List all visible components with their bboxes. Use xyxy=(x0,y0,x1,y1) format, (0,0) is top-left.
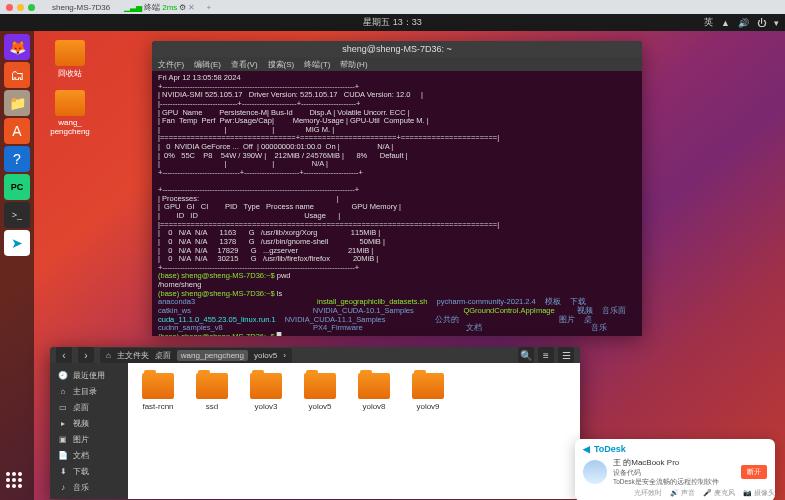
sidebar-label: 主目录 xyxy=(73,386,97,397)
home-icon[interactable]: ⌂ xyxy=(106,351,111,360)
back-button[interactable]: ‹ xyxy=(56,347,72,363)
sidebar-label: 图片 xyxy=(73,434,89,445)
dock-folder[interactable]: 📁 xyxy=(4,90,30,116)
min-dot[interactable] xyxy=(17,4,24,11)
add-tab-icon[interactable]: + xyxy=(206,3,211,12)
folder-item[interactable]: yolov3 xyxy=(250,373,282,411)
dock-pycharm[interactable]: PC xyxy=(4,174,30,200)
crumb-yolov5[interactable]: yolov5 xyxy=(254,351,277,360)
crumb-home[interactable]: 主文件夹 xyxy=(117,350,149,361)
menu-search[interactable]: 搜索(S) xyxy=(268,59,295,70)
crumb-desktop[interactable]: 桌面 xyxy=(155,350,171,361)
desktop-trash[interactable]: 回收站 xyxy=(44,40,96,79)
folder-item[interactable]: yolov9 xyxy=(412,373,444,411)
show-apps-icon[interactable] xyxy=(6,472,28,494)
folder-label: yolov9 xyxy=(416,402,439,411)
settings-icon[interactable]: ⚙ xyxy=(179,3,186,12)
dock-todesk[interactable]: ➤ xyxy=(4,230,30,256)
menu-help[interactable]: 帮助(H) xyxy=(340,59,367,70)
folder-item[interactable]: yolov5 xyxy=(304,373,336,411)
terminal-output[interactable]: Fri Apr 12 13:05:58 2024 +--------------… xyxy=(152,71,642,336)
sidebar-item[interactable]: ▣图片 xyxy=(50,431,128,447)
sidebar-icon: ▸ xyxy=(58,419,68,428)
dock-terminal[interactable]: >_ xyxy=(4,202,30,228)
tab-close-icon[interactable]: ✕ xyxy=(188,3,195,12)
files-window: ‹ › ⌂ 主文件夹 桌面 wang_pengcheng yolov5 › 🔍 … xyxy=(50,347,580,499)
disconnect-button[interactable]: 断开 xyxy=(741,465,767,479)
folder-icon xyxy=(412,373,444,399)
remote-tab-2[interactable]: ▁▃▅终端 2ms ⚙ ✕ xyxy=(121,2,198,13)
crumb-wang[interactable]: wang_pengcheng xyxy=(177,350,248,361)
files-grid[interactable]: fast-rcnnssdyolov3yolov5yolov8yolov9 xyxy=(128,363,580,499)
sidebar-item[interactable]: ▭桌面 xyxy=(50,399,128,415)
folder-item[interactable]: yolov8 xyxy=(358,373,390,411)
sidebar-item[interactable]: ♪音乐 xyxy=(50,479,128,495)
sidebar-item[interactable]: 📄文档 xyxy=(50,447,128,463)
terminal-window: sheng@sheng-MS-7D36: ~ 文件(F) 编辑(E) 查看(V)… xyxy=(152,41,642,336)
folder-icon xyxy=(142,373,174,399)
footer-sound[interactable]: 🔊 声音 xyxy=(670,488,695,498)
sidebar-label: 桌面 xyxy=(73,402,89,413)
folder-item[interactable]: ssd xyxy=(196,373,228,411)
menu-view[interactable]: 查看(V) xyxy=(231,59,258,70)
hamburger-icon[interactable]: ☰ xyxy=(558,347,574,363)
sidebar-icon: 📄 xyxy=(58,451,68,460)
folder-icon xyxy=(55,90,85,116)
network-icon[interactable]: ▲ xyxy=(721,18,730,28)
max-dot[interactable] xyxy=(28,4,35,11)
folder-label: yolov3 xyxy=(254,402,277,411)
avatar xyxy=(583,460,607,484)
sidebar-icon: 🕘 xyxy=(58,371,68,380)
sidebar-icon: ▣ xyxy=(58,435,68,444)
folder-icon xyxy=(250,373,282,399)
close-dot[interactable] xyxy=(6,4,13,11)
input-method[interactable]: 英 xyxy=(704,16,713,29)
dock-help[interactable]: ? xyxy=(4,146,30,172)
macos-titlebar: sheng-MS-7D36 ▁▃▅终端 2ms ⚙ ✕ + xyxy=(0,0,785,14)
device-desc: ToDesk是安全流畅的远程控制软件 xyxy=(613,478,735,487)
device-name: 王 的MacBook Pro xyxy=(613,457,735,468)
footer-mic[interactable]: 🎤 麦克风 xyxy=(703,488,735,498)
desktop-folder-wang[interactable]: wang_ pengcheng xyxy=(44,90,96,136)
footer-cam[interactable]: 📷 摄像头 xyxy=(743,488,775,498)
power-icon[interactable]: ⏻ xyxy=(757,18,766,28)
menu-terminal[interactable]: 终端(T) xyxy=(304,59,330,70)
terminal-titlebar[interactable]: sheng@sheng-MS-7D36: ~ xyxy=(152,41,642,57)
caret-down-icon[interactable]: ▾ xyxy=(774,18,779,28)
device-sub: 设备代码 xyxy=(613,468,735,478)
clock[interactable]: 星期五 13：33 xyxy=(363,16,422,29)
menu-file[interactable]: 文件(F) xyxy=(158,59,184,70)
folder-item[interactable]: fast-rcnn xyxy=(142,373,174,411)
folder-label: ssd xyxy=(206,402,218,411)
forward-button[interactable]: › xyxy=(78,347,94,363)
ubuntu-dock: 🦊 🗂 📁 A ? PC >_ ➤ xyxy=(0,31,34,500)
remote-tab-1[interactable]: sheng-MS-7D36 xyxy=(49,3,113,12)
folder-icon xyxy=(196,373,228,399)
volume-icon[interactable]: 🔊 xyxy=(738,18,749,28)
dock-software[interactable]: A xyxy=(4,118,30,144)
folder-icon xyxy=(304,373,336,399)
sidebar-item[interactable]: ⬇下载 xyxy=(50,463,128,479)
sidebar-item[interactable]: ⌂主目录 xyxy=(50,383,128,399)
menu-edit[interactable]: 编辑(E) xyxy=(194,59,221,70)
search-icon[interactable]: 🔍 xyxy=(518,347,534,363)
folder-label: yolov5 xyxy=(308,402,331,411)
view-list-icon[interactable]: ≡ xyxy=(538,347,554,363)
sidebar-icon: ⬇ xyxy=(58,467,68,476)
folder-label: fast-rcnn xyxy=(142,402,173,411)
dock-firefox[interactable]: 🦊 xyxy=(4,34,30,60)
sidebar-icon: ⌂ xyxy=(58,387,68,396)
trash-icon xyxy=(55,40,85,66)
sidebar-label: 文档 xyxy=(73,450,89,461)
sidebar-item[interactable]: ▸视频 xyxy=(50,415,128,431)
gnome-topbar: 星期五 13：33 英 ▲ 🔊 ⏻ ▾ xyxy=(0,14,785,31)
files-headerbar: ‹ › ⌂ 主文件夹 桌面 wang_pengcheng yolov5 › 🔍 … xyxy=(50,347,580,363)
dock-files[interactable]: 🗂 xyxy=(4,62,30,88)
sidebar-icon: ▭ xyxy=(58,403,68,412)
sidebar-label: 下载 xyxy=(73,466,89,477)
breadcrumb: ⌂ 主文件夹 桌面 wang_pengcheng yolov5 › xyxy=(100,348,292,363)
sidebar-label: 音乐 xyxy=(73,482,89,493)
sidebar-label: 最近使用 xyxy=(73,370,105,381)
todesk-footer: 光环效时 🔊 声音 🎤 麦克风 📷 摄像头 xyxy=(634,488,775,498)
sidebar-item[interactable]: 🕘最近使用 xyxy=(50,367,128,383)
